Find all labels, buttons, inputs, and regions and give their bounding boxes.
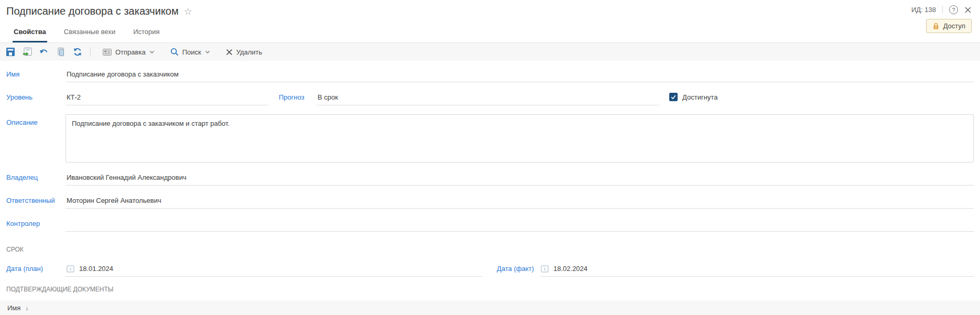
achieved-checkbox-wrap[interactable]: Достигнута (669, 91, 717, 101)
milestone-card-window: Подписание договора с заказчиком ☆ ИД: 1… (0, 0, 980, 315)
term-section-title: СРОК (0, 246, 980, 253)
undo-button[interactable] (36, 44, 52, 60)
sort-descending-icon[interactable]: ↓ (25, 305, 28, 312)
help-icon[interactable]: ? (949, 5, 958, 14)
description-row: Описание Подписание договора с заказчико… (6, 114, 974, 162)
tab-bar: Свойства Связанные вехи История (6, 26, 973, 42)
search-button-label: Поиск (182, 48, 201, 56)
refresh-icon (73, 47, 82, 57)
achieved-checkbox[interactable] (669, 93, 678, 101)
calendar-icon[interactable]: 1 (541, 265, 549, 273)
description-label: Описание (6, 114, 66, 126)
svg-text:1: 1 (69, 267, 72, 271)
owner-label: Владелец (6, 171, 66, 181)
chevron-down-icon (149, 50, 155, 54)
header: Подписание договора с заказчиком ☆ ИД: 1… (0, 0, 980, 42)
page-title: Подписание договора с заказчиком (6, 5, 179, 17)
responsible-row: Ответственный Моторин Сергей Анатольевич (6, 194, 974, 209)
responsible-label: Ответственный (6, 194, 66, 204)
documents-column-header: Имя (7, 304, 20, 312)
documents-table-header[interactable]: Имя ↓ (0, 300, 980, 315)
search-icon (170, 48, 179, 56)
access-button-label: Доступ (943, 22, 965, 30)
lock-icon (932, 23, 940, 30)
documents-table: Имя ↓ Договор с ООО КБ "КЕТОВСКИЙ" "Дого… (0, 300, 980, 315)
plan-date-label: Дата (план) (6, 263, 66, 273)
level-label: Уровень (6, 91, 66, 101)
level-input[interactable]: КТ-2 (66, 91, 268, 105)
delete-x-icon (226, 49, 233, 56)
favorite-star-icon[interactable]: ☆ (184, 7, 192, 16)
chevron-down-icon (205, 50, 210, 54)
forecast-input[interactable]: В срок (317, 91, 660, 105)
controller-row: Контролер (6, 218, 974, 232)
send-button[interactable]: Отправка (95, 44, 162, 60)
controller-label: Контролер (6, 218, 66, 227)
search-button[interactable]: Поиск (162, 44, 218, 60)
tab-related-milestones[interactable]: Связанные вехи (63, 26, 116, 42)
plan-date-input[interactable]: 1 18.01.2024 (66, 263, 482, 277)
description-textarea[interactable]: Подписание договора с заказчиком и старт… (66, 114, 974, 162)
save-and-close-icon (23, 47, 32, 57)
forecast-label: Прогноз (279, 91, 317, 101)
plan-date-value: 18.01.2024 (79, 265, 113, 273)
name-row: Имя Подписание договора с заказчиком (6, 68, 974, 82)
save-button[interactable] (2, 44, 19, 60)
properties-form: Имя Подписание договора с заказчиком Уро… (0, 61, 980, 232)
delete-button[interactable]: Удалить (218, 44, 270, 60)
svg-text:1: 1 (543, 267, 546, 271)
copy-button[interactable] (52, 44, 69, 60)
toolbar-divider (90, 47, 91, 57)
name-label: Имя (6, 68, 66, 78)
delete-button-label: Удалить (236, 48, 263, 56)
access-button[interactable]: Доступ (926, 19, 972, 33)
save-and-close-button[interactable] (19, 44, 36, 60)
toolbar: Отправка Поиск Удалить (0, 42, 980, 61)
calendar-icon[interactable]: 1 (67, 265, 74, 273)
copy-icon (56, 47, 66, 57)
dates-row: Дата (план) 1 18.01.2024 Дата (факт) 1 (6, 263, 974, 277)
send-message-icon (103, 49, 112, 56)
owner-input[interactable]: Ивановский Геннадий Александрович (66, 171, 974, 186)
fact-date-value: 18.02.2024 (553, 265, 587, 273)
tab-history[interactable]: История (132, 26, 160, 42)
fact-date-label: Дата (факт) (497, 263, 540, 273)
documents-section-title: ПОДТВЕРЖДАЮЩИЕ ДОКУМЕНТЫ (0, 286, 980, 293)
divider (942, 6, 943, 14)
record-id-label: ИД: 138 (911, 6, 936, 14)
checkmark-icon (670, 94, 677, 100)
level-forecast-row: Уровень КТ-2 Прогноз В срок Достигнута (6, 91, 974, 105)
fact-date-input[interactable]: 1 18.02.2024 (540, 263, 974, 277)
name-input[interactable]: Подписание договора с заказчиком (66, 68, 974, 82)
controller-input[interactable] (66, 218, 974, 232)
owner-row: Владелец Ивановский Геннадий Александров… (6, 171, 974, 186)
refresh-button[interactable] (69, 44, 86, 60)
save-icon (6, 47, 15, 57)
close-icon[interactable] (964, 6, 972, 14)
achieved-label: Достигнута (682, 93, 717, 101)
tab-properties[interactable]: Свойства (13, 26, 47, 42)
undo-icon (39, 48, 49, 56)
responsible-input[interactable]: Моторин Сергей Анатольевич (66, 194, 974, 209)
send-button-label: Отправка (115, 48, 146, 56)
